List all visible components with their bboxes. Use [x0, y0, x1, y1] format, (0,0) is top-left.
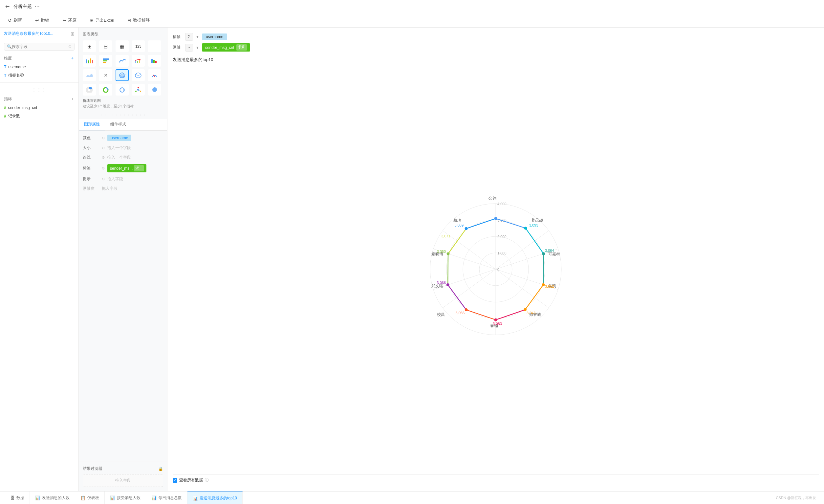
drag-handle[interactable]: ⋮⋮⋮⋮⋮⋮⋮⋮⋮⋮⋮⋮ — [79, 113, 167, 119]
val-zangzhen: 3,059 — [454, 223, 463, 227]
svg-rect-6 — [103, 62, 106, 63]
chart-waterfall[interactable] — [148, 55, 161, 67]
point-gonao — [494, 217, 497, 220]
tab-daily-total-icon: 📊 — [151, 495, 157, 500]
val-qianxiaobo: 3,050 — [437, 249, 446, 254]
color-setting-icon[interactable]: ⊙ — [102, 136, 105, 140]
chart-column[interactable] — [99, 55, 112, 67]
svg-point-27 — [152, 87, 157, 92]
explain-button[interactable]: ⊟ 数据解释 — [125, 16, 152, 25]
field-type-icon: T — [4, 73, 6, 78]
sidebar-header: 发送消息条数最多的Top10... ⊞ — [0, 27, 79, 40]
sidebar: 发送消息条数最多的Top10... ⊞ 🔍 ⊙ 维度 ＋ T username … — [0, 27, 79, 491]
chart-pie[interactable] — [83, 84, 96, 96]
field-name: username — [8, 65, 26, 69]
chart-line[interactable] — [116, 55, 129, 67]
chart-radar[interactable] — [116, 69, 129, 81]
filter-drop-area[interactable]: 拖入字段 — [83, 474, 163, 487]
point-kejashu — [542, 252, 545, 255]
x-axis-label: 横轴 — [173, 34, 183, 40]
tooltip-setting-icon[interactable]: ⊙ — [102, 177, 105, 181]
action-bar: ↺ 刷新 ↩ 撤销 ↪ 还原 ⊞ 导出Excel ⊟ 数据解释 — [0, 13, 824, 27]
search-icon: 🔍 — [7, 44, 12, 49]
chart-donut[interactable] — [99, 84, 112, 96]
extra-placeholder: 拖入字段 — [102, 186, 117, 191]
sidebar-divider — [0, 82, 79, 83]
bottom-tab-bar: 🗄 数据 📊 发送消息的人数 📋 仪表板 📊 接受消息人数 📊 每日消息总数 📊… — [0, 491, 824, 504]
chart-table[interactable]: ⊞ — [83, 40, 96, 52]
val-shuruicheng: 3,046 — [527, 311, 536, 315]
label-value-tag[interactable]: sender_ms... 求... — [107, 164, 146, 172]
settings-icon[interactable]: ⊙ — [68, 44, 72, 49]
tab-style[interactable]: 组件样式 — [105, 119, 131, 130]
x-axis-tag[interactable]: username — [202, 33, 227, 40]
tab-daily-total[interactable]: 📊 每日消息总数 — [146, 492, 188, 504]
field-username[interactable]: T username — [0, 63, 79, 71]
search-box[interactable]: 🔍 ⊙ — [4, 43, 75, 51]
chart-globe[interactable] — [116, 84, 129, 96]
chart-combo[interactable] — [132, 55, 145, 67]
tab-receive-count[interactable]: 📊 接受消息人数 — [105, 492, 146, 504]
svg-line-52 — [466, 310, 496, 320]
tab-dashboard[interactable]: 📋 仪表板 — [75, 492, 105, 504]
svg-rect-11 — [153, 60, 154, 63]
label-setting-icon[interactable]: ⊙ — [102, 166, 105, 171]
add-measure-button[interactable]: ＋ — [71, 96, 75, 102]
svg-line-48 — [526, 228, 544, 254]
chart-area[interactable] — [83, 69, 96, 81]
back-icon[interactable]: ⬅ — [5, 3, 9, 9]
properties-section: 颜色 ⊙ username 大小 ⊙ 拖入一个字段 连线 ⊙ 拖入一个字段 标签 — [79, 131, 167, 199]
size-setting-icon[interactable]: ⊙ — [102, 146, 105, 150]
y-axis-icon[interactable]: ≈ — [185, 44, 193, 52]
tab-top10[interactable]: 📊 发送消息最多的top10 — [188, 492, 242, 504]
refresh-button[interactable]: ↺ 刷新 — [5, 16, 25, 25]
connect-setting-icon[interactable]: ⊙ — [102, 155, 105, 160]
chart-map[interactable] — [132, 69, 145, 81]
redo-button[interactable]: ↪ 还原 — [60, 16, 79, 25]
export-button[interactable]: ⊞ 导出Excel — [87, 16, 117, 25]
chart-heatmap[interactable]: ▦ — [116, 40, 129, 52]
svg-line-56 — [466, 219, 496, 229]
color-label: 颜色 — [83, 135, 99, 141]
layout-icon[interactable]: ⊞ — [71, 31, 75, 36]
tab-properties[interactable]: 图形属性 — [79, 119, 105, 130]
field-indicator-name[interactable]: T 指标名称 — [0, 71, 79, 80]
more-icon[interactable]: ⋯ — [34, 3, 40, 9]
color-property-row: 颜色 ⊙ username — [83, 135, 163, 141]
chart-gauge[interactable] — [148, 69, 161, 81]
y-axis-tag[interactable]: sender_msg_cnt 求和 — [202, 43, 250, 52]
chart-type-section: 图表类型 ⊞ ⊟ ▦ 123 — [79, 27, 167, 113]
tooltip-property-row: 提示 ⊙ 拖入字段 — [83, 176, 163, 182]
field-sender-msg-cnt[interactable]: # sender_msg_cnt — [0, 104, 79, 112]
filter-lock-icon[interactable]: 🔒 — [158, 467, 163, 471]
chart-circle[interactable] — [148, 84, 161, 96]
filter-title: 结果过滤器 🔒 — [83, 466, 163, 472]
search-input[interactable] — [12, 44, 68, 49]
add-dimension-button[interactable]: ＋ — [70, 55, 75, 61]
tab-dashboard-icon: 📋 — [81, 495, 86, 500]
tab-data[interactable]: 🗄 数据 — [5, 492, 30, 504]
chart-network[interactable] — [132, 84, 145, 96]
tab-receive-count-icon: 📊 — [110, 495, 115, 500]
info-icon[interactable]: ⓘ — [205, 477, 209, 483]
x-axis-dropdown-icon[interactable]: ▼ — [196, 35, 199, 39]
undo-button[interactable]: ↩ 撤销 — [32, 16, 52, 25]
svg-rect-4 — [103, 59, 109, 60]
color-value-tag[interactable]: username — [107, 135, 131, 141]
tab-send-count[interactable]: 📊 发送消息的人数 — [30, 492, 75, 504]
point-shuruicheng — [524, 308, 527, 311]
chart-scatter[interactable]: ✕ — [99, 69, 112, 81]
point-qianxiaobo — [447, 252, 450, 255]
view-all-checkbox[interactable]: ✓ — [173, 478, 177, 483]
chart-pivot[interactable]: ⊟ — [99, 40, 112, 52]
x-axis-icon[interactable]: Σ — [185, 33, 193, 41]
chart-icon-grid-3: ✕ — [83, 69, 163, 81]
field-record-count[interactable]: # 记录数 — [0, 112, 79, 120]
y-axis-dropdown-icon[interactable]: ▼ — [196, 45, 199, 49]
chart-number[interactable]: 123 — [132, 40, 145, 52]
svg-text:2,000: 2,000 — [497, 235, 507, 239]
label-xiaochang: 校昌 — [437, 312, 445, 317]
radar-chart-svg: 1,000 2,000 3,000 4,000 0 — [410, 184, 581, 355]
svg-line-50 — [525, 285, 544, 310]
chart-bar[interactable] — [83, 55, 96, 67]
